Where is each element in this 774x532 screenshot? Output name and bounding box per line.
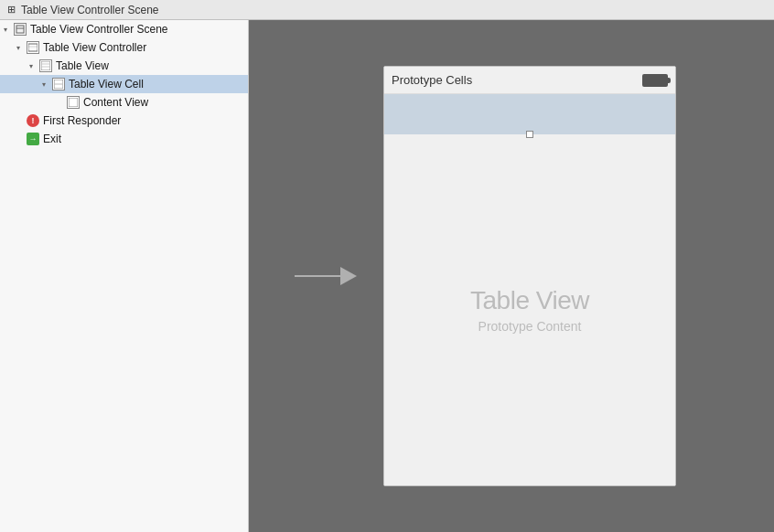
tree-item-tableview-label: Table View <box>56 59 109 72</box>
svg-rect-10 <box>69 98 78 107</box>
svg-rect-0 <box>16 26 24 33</box>
tree-item-scene[interactable]: Table View Controller Scene <box>0 20 248 38</box>
controller-icon <box>27 41 39 54</box>
scene-panel: Table View Controller Scene Table View C… <box>0 20 249 532</box>
main-content: Table View Controller Scene Table View C… <box>0 20 774 532</box>
title-bar-text: Table View Controller Scene <box>21 4 159 16</box>
arrow-head <box>340 267 357 285</box>
title-bar-icon: ⊞ <box>7 4 16 16</box>
svg-rect-2 <box>28 44 38 51</box>
svg-rect-5 <box>41 61 50 70</box>
tree-item-tableview[interactable]: Table View <box>0 57 248 75</box>
canvas-panel: Prototype Cells Table View Prototype Con… <box>249 20 774 532</box>
tree-item-cell[interactable]: Table View Cell <box>0 75 248 93</box>
battery-icon <box>642 74 668 87</box>
tree-item-cell-label: Table View Cell <box>69 78 144 90</box>
tree-item-responder[interactable]: ! First Responder <box>0 112 248 130</box>
triangle-cell <box>42 80 51 89</box>
scene-arrow <box>295 267 357 285</box>
tree-item-responder-label: First Responder <box>43 114 121 127</box>
cell-icon <box>52 78 65 90</box>
tree-item-controller-label: Table View Controller <box>43 41 146 54</box>
responder-icon: ! <box>27 114 39 127</box>
tree-item-scene-label: Table View Controller Scene <box>30 23 168 36</box>
arrow-line <box>295 275 340 277</box>
prototype-content-label: Prototype Content <box>478 319 582 334</box>
table-view-watermark: Table View <box>470 286 589 315</box>
exit-icon: → <box>27 133 39 145</box>
tableview-icon <box>39 59 52 72</box>
tree-item-exit-label: Exit <box>43 133 61 145</box>
title-bar: ⊞ Table View Controller Scene <box>0 0 774 20</box>
tree-item-contentview-label: Content View <box>83 96 148 109</box>
tree-item-controller[interactable]: Table View Controller <box>0 38 248 57</box>
iphone-frame: Prototype Cells Table View Prototype Con… <box>383 66 676 486</box>
content-icon <box>67 96 80 109</box>
tree-item-contentview[interactable]: Content View <box>0 93 248 112</box>
triangle-controller <box>16 44 26 52</box>
tree-item-exit[interactable]: → Exit <box>0 130 248 148</box>
triangle-scene <box>4 26 13 34</box>
scene-icon <box>14 23 27 36</box>
status-bar: Prototype Cells <box>384 67 675 94</box>
triangle-tableview <box>29 62 38 70</box>
cell-resize-handle[interactable] <box>526 131 533 138</box>
prototype-cell-row[interactable] <box>384 94 675 134</box>
table-view-body: Table View Prototype Content <box>384 134 675 485</box>
prototype-cells-title: Prototype Cells <box>392 73 472 87</box>
